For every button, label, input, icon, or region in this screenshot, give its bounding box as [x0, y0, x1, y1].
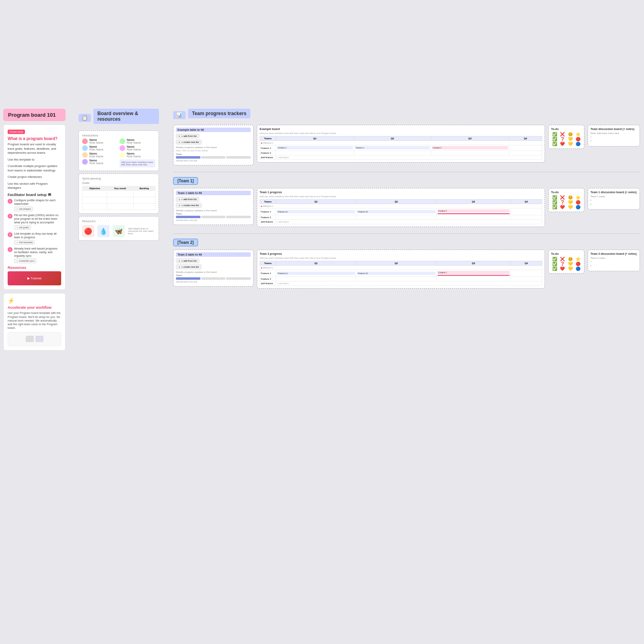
member-role-4: Role Name [89, 162, 103, 165]
t1-cell-q4-1 [510, 208, 542, 215]
t1-chip-3: Content 1 [438, 209, 510, 213]
board-data-row-1: Feature 1 Content 1 Feature 1 Content 1 [260, 145, 542, 151]
t2-cell-q4-1 [510, 270, 542, 277]
sprint-cell-1c [133, 191, 155, 197]
t1-emoji-4: ⭐ [574, 195, 582, 200]
team1-tasks-label: Tasks [176, 213, 251, 215]
board-cell-q1-2 [276, 151, 354, 155]
step-4-button[interactable]: → schedule sync [14, 258, 37, 263]
t2-discussion-desc: Team 2 notes: [590, 257, 637, 259]
t2-board-row-2: Feature 2 [260, 277, 542, 281]
team2-board-card: Team 2 progress Add your team members he… [257, 250, 545, 289]
add-label-t2-1: + add from list [182, 260, 197, 262]
t2-chip-2: Feature 1b [357, 272, 435, 275]
t1-emoji-3: 😊 [567, 195, 574, 200]
t2-emoji-9: ✅ [551, 266, 558, 271]
discussion-desc-1: Note: Add team notes here [590, 132, 637, 134]
step-3-number: 3 [8, 232, 12, 237]
t1-th-q2: Q2 [356, 200, 436, 204]
t1-cell-q1-1: Feature 1a [276, 208, 356, 215]
resource-icon-3: 🦋 [113, 225, 125, 237]
overview-icon: 📋 [82, 115, 88, 121]
member-info-7: Name Role Name [127, 152, 141, 158]
example-add-btn-1[interactable]: + + add from list [176, 134, 199, 138]
example-todo-card: To-do ✅ ❌ 😊 ⭐ ✅ ❓ 💛 🔴 ✅ ❤️ 💛 🔵 [548, 125, 584, 149]
accelerate-title: Accelerate your workflow [8, 305, 61, 310]
member-row-6: Name Role Name [120, 145, 155, 151]
intro-label: Introductions [82, 134, 155, 137]
sprint-cell-3b [107, 204, 133, 210]
member-row-3: Name Role Name [82, 152, 118, 158]
member-row-4: Name Role Name [82, 159, 118, 165]
t1-emoji-2: ❌ [559, 195, 566, 200]
use-this-text: Use this template to: [8, 158, 61, 162]
member-name-6: Name [127, 145, 141, 148]
t1-cell-team-2: Feature 2 [260, 215, 276, 220]
t2-disc-note-2: • [590, 264, 637, 268]
t2-milestone-cell: ◆ Milestone 1 [260, 266, 542, 270]
add-icon-t2-2: + [179, 266, 180, 268]
t2-chip-1: Feature 1a [277, 272, 355, 275]
board-cell-team-2: Feature 2 [260, 151, 276, 155]
t1-cell-add-span: + add feature [276, 220, 542, 224]
t2-cell-q4-2 [510, 277, 542, 281]
member-info-3: Name Role Name [89, 152, 103, 158]
sprint-cell-3c [133, 204, 155, 210]
emoji-12: 🔵 [574, 142, 582, 146]
t1-emoji-5: ✅ [551, 200, 558, 204]
t1-th-q3: Q3 [436, 200, 510, 204]
step-2-button[interactable]: → set goals [14, 225, 31, 230]
t2-emoji-5: ✅ [551, 262, 558, 266]
team1-progress-section: Weekly progress updates in the board: [176, 209, 251, 212]
team2-board-title: Team 2 progress [260, 252, 542, 255]
example-discussion-title: Team discussion board (+ notes) [590, 128, 637, 130]
example-progress-section: Weekly progress updates in the board: [176, 146, 251, 149]
example-team-row: Example table to fill + + add from list … [173, 125, 640, 165]
bar-1-empty2 [226, 156, 251, 159]
sprint-planning-card: Sprint planning Goals Objective Key resu… [78, 173, 159, 214]
team1-row: Team 1 table to fill + + add from list +… [173, 188, 640, 227]
board-th-q3: Q3 [431, 136, 509, 141]
member-name-3: Name [89, 152, 103, 155]
resource-icon-2: 💧 [97, 225, 109, 237]
avatar-3 [82, 152, 88, 158]
t1-disc-note-1: • [590, 199, 637, 202]
trackers-header: Team progress trackers [188, 109, 250, 118]
t2-emoji-2: ❌ [559, 257, 566, 261]
member-role-1: Role Name [89, 141, 103, 144]
overview-card: Overview What is a program board? Progra… [3, 124, 66, 290]
team2-tasks-label: Tasks [176, 274, 251, 277]
resource-desc: Add helpful links or resources for your … [128, 227, 155, 235]
member-info-6: Name Role Name [127, 145, 141, 151]
col-backlog: Backlog [133, 186, 155, 191]
t1-cell-q4-2 [510, 215, 542, 220]
t2-emoji-11: 💛 [567, 266, 574, 271]
team1-add-btn-2[interactable]: + + create new list [176, 203, 202, 208]
resource-icon-1: 🔴 [82, 225, 94, 237]
t2-disc-note-1: • [590, 260, 637, 264]
step-3-button[interactable]: → link template [14, 240, 35, 245]
resources-icons-row: 🔴 💧 🦋 Add helpful links or resources for… [82, 225, 155, 237]
t1-emoji-6: ❓ [559, 200, 566, 204]
avatar-4 [82, 159, 88, 165]
team2-progress-card: Team 2 table to fill + + add from list +… [173, 250, 254, 287]
t1-milestone-row: ◆ Milestone 1 [260, 204, 542, 208]
sprint-row-2 [83, 197, 155, 204]
team1-add-btn-1[interactable]: + + add from list [176, 197, 199, 202]
member-name-2: Name [89, 145, 103, 148]
example-add-btn-2[interactable]: + + create new list [176, 140, 202, 144]
team2-add-btn-1[interactable]: + + add from list [176, 258, 199, 263]
t1-th-teams: Teams [260, 200, 276, 204]
t2-th-teams: Teams [260, 261, 276, 266]
t2-th-q2: Q2 [356, 261, 436, 266]
t1-cell-q3-1: Content 1 [436, 208, 510, 215]
t2-bar-fill [176, 277, 200, 280]
t2-cell-q3-2 [436, 277, 510, 281]
team2-add-btn-2[interactable]: + + create new list [176, 264, 202, 269]
member-role-2: Role Name [89, 148, 103, 151]
team2-row: Team 2 table to fill + + add from list +… [173, 250, 640, 289]
example-discussion-text: • • [590, 136, 637, 143]
panel-title: Program board 101 [3, 109, 66, 121]
step-1-button[interactable]: → set shapes [14, 206, 33, 211]
example-bar-row-1 [176, 156, 251, 159]
